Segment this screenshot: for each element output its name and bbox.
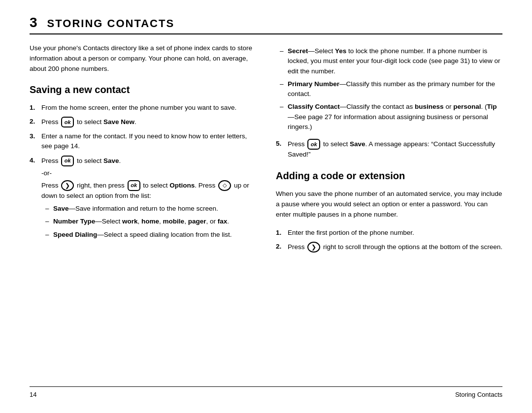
step-3-content: Enter a name for the contact. If you nee…: [41, 131, 256, 152]
arrow-right-icon: ❯: [61, 180, 74, 191]
step-4-num: 4.: [30, 156, 37, 243]
or-text: -or-: [41, 168, 256, 178]
option-primary-number: – Primary Number—Classify this number as…: [276, 79, 502, 99]
option-save: – Save—Save information and return to th…: [41, 204, 256, 214]
step2-1-content: Enter the first portion of the phone num…: [288, 228, 502, 238]
step-2-content: Press ok to select Save New.: [41, 117, 256, 127]
page-footer: 14 Storing Contacts: [30, 386, 502, 398]
chapter-number: 3: [30, 15, 37, 31]
ok-button-icon-4: ok: [307, 139, 320, 150]
option-secret-text: Secret—Select Yes to lock the phone numb…: [288, 46, 502, 76]
option-classify-contact: – Classify Contact—Classify the contact …: [276, 102, 502, 132]
step-5-num: 5.: [276, 139, 284, 159]
step-4-content: Press ok to select Save. -or- Press ❯ ri…: [41, 156, 256, 243]
option-save-text: Save—Save information and return to the …: [53, 204, 218, 214]
steps-list: 1. From the home screen, enter the phone…: [30, 103, 256, 243]
option-classify-contact-text: Classify Contact—Classify the contact as…: [288, 102, 502, 132]
step-1: 1. From the home screen, enter the phone…: [30, 103, 256, 113]
step-5-content: Press ok to select Save. A message appea…: [288, 139, 502, 159]
option-number-type-text: Number Type—Select work, home, mobile, p…: [53, 217, 229, 226]
step-3-num: 3.: [30, 131, 37, 152]
step-3: 3. Enter a name for the contact. If you …: [30, 131, 256, 152]
ok-button-icon: ok: [61, 117, 74, 127]
step-1-num: 1.: [30, 103, 37, 113]
step2-2-content: Press ❯ right to scroll through the opti…: [288, 242, 502, 253]
chapter-title: Storing Contacts: [47, 17, 175, 30]
page: 3 Storing Contacts Use your phone's Cont…: [0, 0, 532, 413]
content-area: Use your phone's Contacts directory like…: [30, 43, 502, 381]
nav-updown-icon: ◇: [218, 180, 231, 191]
option-speed-dialing: – Speed Dialing—Select a speed dialing l…: [41, 230, 256, 240]
step-2: 2. Press ok to select Save New.: [30, 117, 256, 127]
option-primary-number-text: Primary Number—Classify this number as t…: [288, 79, 502, 99]
option-speed-dialing-text: Speed Dialing—Select a speed dialing loc…: [53, 230, 232, 240]
footer-chapter-name: Storing Contacts: [455, 391, 502, 398]
step2-1: 1. Enter the first portion of the phone …: [276, 228, 502, 238]
header-rule: [30, 33, 502, 34]
option-secret: – Secret—Select Yes to lock the phone nu…: [276, 46, 502, 76]
right-column: – Secret—Select Yes to lock the phone nu…: [276, 43, 502, 381]
right-options-list: – Secret—Select Yes to lock the phone nu…: [276, 46, 502, 132]
step2-1-num: 1.: [276, 228, 284, 238]
section1-heading: Saving a new contact: [30, 82, 256, 97]
step-1-content: From the home screen, enter the phone nu…: [41, 103, 256, 113]
step-2-num: 2.: [30, 117, 37, 127]
ok-button-icon-2: ok: [61, 156, 74, 166]
section2-heading: Adding a code or extension: [276, 168, 502, 183]
step-4: 4. Press ok to select Save. -or- Press ❯…: [30, 156, 256, 243]
option-number-type: – Number Type—Select work, home, mobile,…: [41, 217, 256, 226]
step-4-alt: Press ❯ right, then press ok to select O…: [41, 180, 256, 240]
section2-intro: When you save the phone number of an aut…: [276, 189, 502, 220]
intro-text: Use your phone's Contacts directory like…: [30, 43, 256, 74]
left-column: Use your phone's Contacts directory like…: [30, 43, 256, 381]
step-5: 5. Press ok to select Save. A message ap…: [276, 139, 502, 159]
arrow-right-icon-2: ❯: [307, 242, 320, 253]
ok-button-icon-3: ok: [128, 180, 140, 191]
step2-2: 2. Press ❯ right to scroll through the o…: [276, 242, 502, 253]
steps2-list: 1. Enter the first portion of the phone …: [276, 228, 502, 253]
footer-page-number: 14: [30, 391, 36, 398]
options-list: – Save—Save information and return to th…: [41, 204, 256, 240]
chapter-header: 3 Storing Contacts: [30, 15, 502, 31]
step5-list: 5. Press ok to select Save. A message ap…: [276, 139, 502, 159]
step2-2-num: 2.: [276, 242, 284, 253]
